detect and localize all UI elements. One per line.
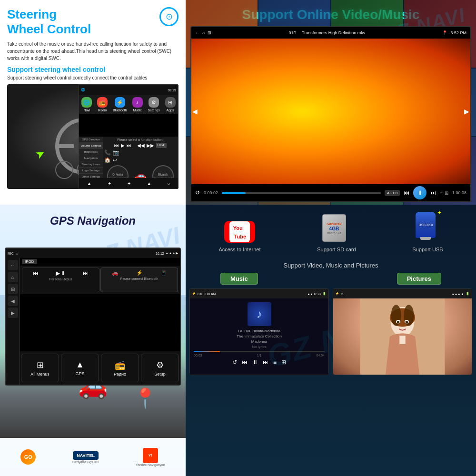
phone-icon: 📱: [160, 270, 167, 276]
steering-description: Take control of the music or use hands-f…: [7, 40, 178, 62]
yandex-logo: Y! Yandex Navigasyon: [136, 448, 165, 466]
go-logo: GO: [20, 449, 36, 465]
track-name-display: Personal Jesus: [24, 278, 97, 281]
map-pin-icon: 📍: [133, 387, 157, 409]
video-header: ← ⌂ ⊞ 01/1 Transformers High Definition.…: [191, 27, 470, 39]
usb-connector: [420, 237, 431, 240]
sdcard-label: Support SD card: [317, 247, 356, 252]
pictures-type-button[interactable]: Pictures: [397, 273, 441, 285]
media-type-buttons: Music Pictures: [186, 273, 476, 285]
video-content: ◀ ▶: [191, 39, 470, 184]
yandex-label: Yandex Navigasyon: [136, 463, 165, 466]
setup-btn[interactable]: ⚙ Setup: [141, 354, 179, 382]
mini-left-menu: GPS Direction Volume Settings Brightness…: [79, 137, 103, 180]
music-elapsed: 00:03: [194, 354, 202, 357]
next-music-btn[interactable]: ⏭: [263, 359, 268, 366]
next-track-icon[interactable]: ⏭: [430, 189, 436, 196]
sandisk-brand: SanDisk: [327, 222, 342, 226]
sandisk-capacity: 4GB: [329, 226, 339, 231]
radio-btn[interactable]: 📻 Радио: [101, 354, 139, 382]
home-btn-2[interactable]: ⌂: [8, 272, 18, 282]
usb-item: ✦ USB 32.0 Support USB: [412, 212, 443, 252]
audio-icon[interactable]: ⊞: [445, 190, 448, 196]
usb-icon: ✦ USB 32.0: [416, 212, 439, 243]
portrait-svg: [333, 298, 472, 375]
subtitle-icon[interactable]: ≡: [440, 190, 443, 196]
arrow-left-btn[interactable]: ◀: [8, 296, 18, 306]
nav-logos-bar: GO NAVITEL navigation system Y! Yandex N…: [0, 438, 186, 476]
next-btn[interactable]: ⏭: [83, 270, 89, 277]
grid-icon: ⊞: [37, 360, 44, 370]
play-btn[interactable]: ▶⏸: [56, 270, 66, 277]
steering-wheel-icon: ⊙: [159, 7, 178, 26]
pepper-visual: [191, 39, 470, 184]
connectivity-section: GZ NAVI You Tube Access to Internet: [186, 205, 476, 476]
youtube-item: You Tube Access to Internet: [218, 221, 260, 252]
bt-indicator: ⚡: [192, 292, 196, 296]
music-progress-fill: [194, 351, 220, 352]
pictures-screen: ⚡ △ ● ● ● ▲ 🔋: [333, 288, 472, 375]
clock-display: 6:52 PM: [450, 30, 466, 35]
music-screen-header: ⚡ 8.0 8:10 AM ● ● USB 🔋: [190, 289, 328, 298]
track-info: 01/1: [289, 30, 298, 35]
sdcard-visual: SanDisk 4GB micro SD: [322, 214, 346, 242]
mini-bottom-controls: ▲✦✦▲○: [79, 178, 178, 188]
layers-btn[interactable]: ⊞: [8, 284, 18, 294]
go-icon: GO: [20, 449, 36, 465]
svg-point-15: [397, 321, 399, 323]
gps-btn[interactable]: ▲ GPS: [61, 354, 99, 382]
video-progress-fill: [222, 192, 246, 194]
ipod-label: IPOD: [22, 259, 37, 264]
youtube-label: Access to Internet: [218, 247, 260, 252]
sdcard-icon: SanDisk 4GB micro SD: [322, 214, 351, 243]
auto-mode[interactable]: AUTO: [385, 190, 400, 196]
battery-icon: 🔋: [322, 292, 327, 296]
battery-2: 🔋: [466, 292, 470, 296]
bt-connect-text: Please connect Bluetooth: [103, 277, 176, 281]
pictures-screen-header: ⚡ △ ● ● ● ▲ 🔋: [333, 289, 472, 298]
play-music-btn[interactable]: ⏸: [252, 359, 258, 366]
setup-label: Setup: [154, 372, 166, 377]
mini-screen-overlay: 🌐 08:29 🌐Navi 📻Radio ⚡Bluetooth ♪Music ⚙…: [79, 84, 178, 189]
video-player: ← ⌂ ⊞ 01/1 Transformers High Definition.…: [190, 26, 471, 202]
back-icon: ←: [195, 30, 199, 35]
svg-rect-17: [399, 336, 405, 344]
repeat-icon[interactable]: ↺: [232, 359, 237, 366]
radio-icon: 📻: [115, 360, 125, 370]
mini-please-select: Please select a function button!: [104, 138, 177, 141]
file-name: Transformers High Definition.mkv: [302, 30, 365, 35]
support-swc-title: Support steering wheel control: [7, 66, 178, 73]
video-extra-controls: ≡ ⊞: [440, 190, 448, 196]
arrow-right-btn[interactable]: ▶: [8, 307, 18, 318]
clock-music: 8:10 AM: [204, 292, 216, 296]
signal-icons: ● ▲ ♦ ▶: [166, 251, 178, 255]
media-section-title: Support Video, Music and Pictures: [186, 259, 476, 273]
steering-title-line2: Wheel Control: [7, 22, 91, 36]
loop-icon[interactable]: ↺: [195, 189, 200, 196]
home-btn[interactable]: ⌂: [16, 252, 18, 255]
prev-track-icon[interactable]: ⏮: [404, 189, 409, 196]
prev-music-btn[interactable]: ⏮: [242, 359, 248, 366]
gps-signal: 📍: [442, 30, 447, 35]
media-controls-bar: ⏮ ▶⏸ ⏭ Personal Jesus 🚗 ⚡ 📱 Ple: [20, 266, 180, 294]
gps-left-sidebar: ← ⌂ ⊞ ◀ ▶: [6, 258, 20, 385]
steering-title: Steering Wheel Control: [7, 7, 178, 37]
settings-icon: ⚙: [156, 360, 164, 370]
prev-btn[interactable]: ⏮: [33, 270, 39, 277]
back-btn[interactable]: ←: [8, 260, 18, 270]
radio-label: Радио: [114, 372, 126, 377]
woman-portrait: [333, 298, 472, 375]
video-controls: ↺ 0:00:02 AUTO ⏮ ⏸ ⏭ ≡ ⊞ 1:00:08: [191, 184, 470, 201]
play-pause-button[interactable]: ⏸: [413, 186, 426, 199]
car-image-area: ➤ 🌐 08:29 🌐Navi 📻Radio ⚡Bluetooth ♪Music…: [7, 84, 178, 189]
gps-main-content: IPOD ⏮ ▶⏸ ⏭ Personal Jesus: [20, 258, 180, 385]
music-lyrics: No lyrics: [252, 345, 267, 349]
support-swc-desc: Support steering wheel control,correctly…: [7, 75, 178, 80]
connectivity-icons-row: You Tube Access to Internet SanDisk 4GB …: [190, 212, 471, 252]
music-type-button[interactable]: Music: [220, 273, 258, 285]
all-menus-btn[interactable]: ⊞ All Menus: [21, 354, 59, 382]
video-progress-bar[interactable]: [222, 192, 381, 194]
sparkle-icon: ✦: [437, 209, 442, 216]
svg-point-16: [406, 321, 408, 323]
gps-section: GPS Navigation GZ NAVI 🚗 📍 MIC ⌂ 16:12 ●…: [0, 205, 186, 476]
